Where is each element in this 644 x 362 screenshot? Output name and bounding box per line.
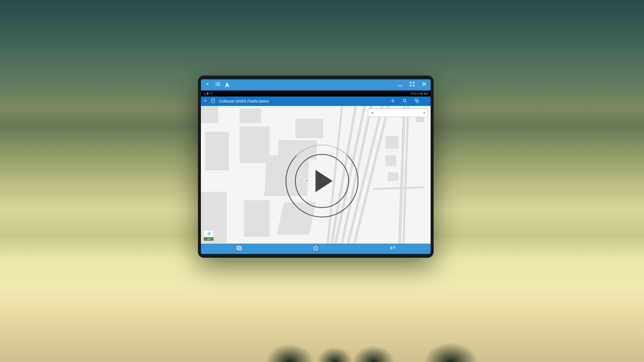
svg-point-9 <box>427 101 428 102</box>
android-nav-bar <box>201 244 431 254</box>
recent-apps-icon[interactable] <box>235 245 243 253</box>
mirror-control-bar: A <box>201 79 431 90</box>
svg-rect-12 <box>238 247 241 250</box>
android-status-bar: ◻ ▶ ⓘ 27% 6:48 AM <box>201 90 431 97</box>
scale-legend: Om <box>204 230 214 241</box>
add-feature-button[interactable]: + <box>371 110 374 115</box>
scale-text: Om <box>207 238 210 240</box>
app-action-bar: Collector GNSS Fields Demo <box>201 97 431 106</box>
svg-rect-6 <box>416 100 419 103</box>
map-viewport[interactable]: + ▾ Om <box>201 106 431 244</box>
app-title: Collector GNSS Fields Demo <box>219 99 269 103</box>
svg-point-3 <box>392 100 393 101</box>
close-icon[interactable] <box>421 81 427 89</box>
list-icon[interactable] <box>215 81 221 89</box>
clipboard-map-icon <box>210 98 216 104</box>
svg-point-1 <box>213 100 213 101</box>
back-icon[interactable] <box>204 98 207 104</box>
tablet-frame: A ◻ ▶ ⓘ 27% 6:48 AM <box>198 75 434 258</box>
svg-point-8 <box>427 101 428 101</box>
svg-rect-5 <box>415 99 417 101</box>
layers-icon[interactable] <box>414 98 419 104</box>
svg-point-4 <box>403 99 406 102</box>
status-right-text: 27% 6:48 AM <box>410 92 428 95</box>
tablet-screen: A ◻ ▶ ⓘ 27% 6:48 AM <box>201 79 431 254</box>
minimize-icon[interactable] <box>397 81 403 89</box>
text-a-icon[interactable]: A <box>225 81 229 88</box>
feature-dropdown[interactable]: ▾ <box>423 111 425 115</box>
home-icon[interactable] <box>312 245 319 253</box>
status-left-icons: ◻ ▶ ⓘ <box>204 91 213 96</box>
nav-back-icon[interactable] <box>389 245 396 253</box>
current-location-dot <box>305 179 308 182</box>
svg-rect-11 <box>237 246 240 249</box>
basemap <box>201 106 431 244</box>
svg-point-7 <box>427 100 428 101</box>
chevron-down-icon[interactable] <box>204 81 210 89</box>
locate-icon[interactable] <box>390 98 395 104</box>
fullscreen-icon[interactable] <box>409 81 415 89</box>
feature-add-bar: + ▾ <box>368 109 428 117</box>
search-icon[interactable] <box>402 98 407 104</box>
more-icon[interactable] <box>426 98 428 104</box>
